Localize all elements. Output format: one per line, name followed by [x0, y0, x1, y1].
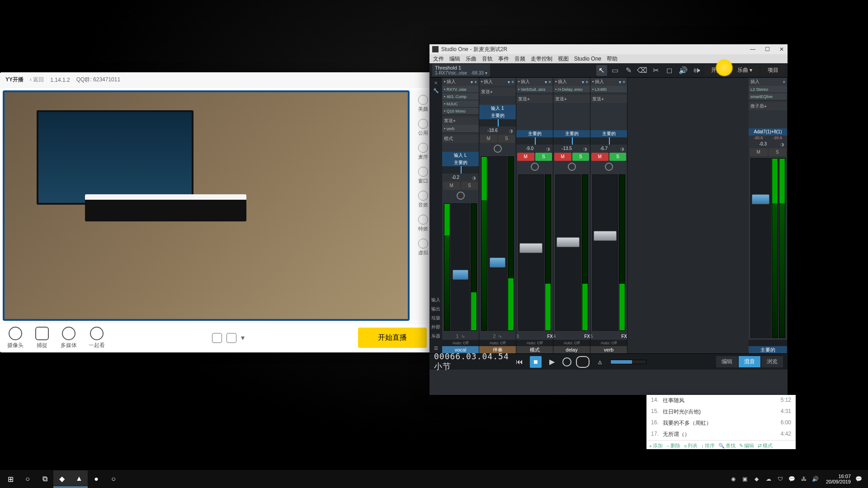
channel-5[interactable]: • 插入▾ + • LX480 发送+ 主要的 -6.7◑ MS 5FX Aut… — [590, 78, 627, 353]
search-icon[interactable]: ○ — [19, 470, 36, 488]
fader-track[interactable] — [451, 203, 470, 331]
fader-cap[interactable] — [557, 237, 580, 247]
solo-button[interactable]: S — [535, 153, 552, 161]
tab-trash[interactable]: 垃圾 — [431, 315, 440, 321]
range-tool-icon[interactable]: ▭ — [610, 65, 621, 76]
add-insert-icon[interactable]: ▾ + — [545, 80, 551, 84]
menu-studioone[interactable]: Studio One — [574, 56, 601, 62]
solo-button[interactable]: S — [461, 182, 478, 190]
channel-2[interactable]: • 插入▾ + 发送+ 输入 1 主要的 -18.6◑ MS 2∿ Auto: … — [479, 78, 516, 353]
tray-notification-icon[interactable]: 💬 — [854, 475, 863, 483]
menu-view[interactable]: 视图 — [558, 55, 569, 63]
listen-tool-icon[interactable]: 🔊 — [678, 65, 689, 76]
io-label[interactable]: 输入 1 — [479, 105, 516, 112]
loop-button[interactable] — [576, 356, 590, 368]
tray-icon[interactable]: 💬 — [788, 475, 796, 483]
playlist-row[interactable]: 17.无所谓（）4:42 — [646, 429, 796, 440]
pan-slider[interactable] — [479, 119, 516, 127]
solo-button[interactable]: S — [769, 148, 787, 156]
mute-tool-icon[interactable]: ◻ — [664, 65, 675, 76]
tab-output[interactable]: 输出 — [431, 306, 440, 312]
cam-toggle-icon[interactable] — [226, 333, 236, 343]
pan-knob-icon[interactable]: ◑ — [617, 145, 627, 153]
pl-sort[interactable]: ↕ 排序 — [701, 442, 715, 449]
yy-back-button[interactable]: ‹ 返回 — [30, 76, 44, 84]
tray-icon[interactable]: ☁ — [764, 475, 773, 483]
fader-cap[interactable] — [490, 258, 505, 267]
menu-icon[interactable]: ☰ — [434, 346, 438, 351]
master-io[interactable]: Adat7(1)+8(1) — [749, 128, 787, 136]
yy-video-preview[interactable] — [3, 90, 410, 321]
side-beauty[interactable]: 美颜 — [418, 95, 428, 113]
close-panel-icon[interactable]: ✕ — [434, 80, 438, 85]
tray-icon[interactable]: ▣ — [741, 475, 749, 483]
fader-track[interactable] — [592, 174, 618, 331]
side-public[interactable]: 公用 — [418, 119, 428, 136]
solo-button[interactable]: S — [572, 153, 590, 161]
mix-tab[interactable]: 混音 — [739, 356, 760, 367]
arrow-tool-icon[interactable]: ↖ — [596, 65, 607, 76]
stop-button[interactable]: ■ — [530, 356, 542, 368]
browse-tab[interactable]: 浏览 — [761, 356, 783, 367]
taskbar-app-4[interactable]: ○ — [105, 470, 122, 488]
mute-button[interactable]: M — [750, 148, 768, 156]
add-send-icon[interactable]: + — [490, 89, 493, 94]
auto-mode[interactable]: Auto: Off — [479, 340, 516, 346]
pan-knob-icon[interactable]: ◑ — [580, 145, 590, 153]
pl-list[interactable]: ≡ 列表 — [684, 442, 698, 449]
gain-knob[interactable] — [457, 192, 465, 200]
menu-help[interactable]: 帮助 — [607, 55, 618, 63]
side-window[interactable]: 窗口 — [418, 167, 428, 184]
start-live-button[interactable]: 开始直播 — [358, 328, 427, 348]
master-fader-cap[interactable] — [752, 194, 769, 204]
pan-knob-icon[interactable]: ◑ — [777, 140, 787, 148]
solo-button[interactable]: S — [609, 153, 627, 161]
chevron-down-icon[interactable]: ▾ — [241, 333, 245, 342]
add-insert-icon[interactable]: ▾ + — [582, 80, 588, 84]
pl-edit[interactable]: ✎ 编辑 — [739, 442, 754, 449]
menu-edit[interactable]: 编辑 — [449, 55, 460, 63]
menu-transport[interactable]: 走带控制 — [531, 55, 552, 63]
insert-slot[interactable]: • LX480 — [590, 86, 627, 93]
add-send-icon[interactable]: + — [453, 118, 456, 123]
metronome-icon[interactable]: ▵ — [594, 356, 606, 368]
menu-file[interactable]: 文件 — [433, 55, 444, 63]
auto-mode[interactable]: Auto: Off — [442, 340, 479, 346]
taskbar-clock[interactable]: 16:07 20/09/2019 — [826, 474, 851, 484]
media-button[interactable]: 多媒体 — [61, 327, 77, 349]
pl-delete[interactable]: − 删除 — [666, 442, 680, 449]
output-label[interactable]: 主要的 — [590, 130, 627, 137]
menu-audio[interactable]: 音频 — [514, 55, 525, 63]
pan-knob-icon[interactable]: ◑ — [506, 127, 516, 135]
auto-mode[interactable]: Auto: Off — [553, 340, 590, 346]
taskbar-app-1[interactable]: ◆ — [53, 470, 71, 488]
camera-button[interactable]: 摄像头 — [7, 327, 24, 349]
song-page-button[interactable]: 乐曲 ▾ — [731, 65, 759, 75]
channel-3[interactable]: • 插入▾ + • VerbSuit..sics 发送+ 主要的 -9.0◑ M… — [516, 78, 553, 353]
track-info-pill[interactable]: Threshold 1 1-RX7Voic..oise -68.33 ▾ — [432, 64, 490, 76]
mic-toggle-icon[interactable] — [212, 333, 222, 343]
play-button[interactable]: ▶ — [546, 356, 558, 368]
playlist-row[interactable]: 15.往日时光(r吉他)4:31 — [646, 406, 796, 418]
pan-slider[interactable] — [516, 137, 553, 145]
gain-knob[interactable] — [531, 163, 539, 171]
insert-slot[interactable]: • Q10 Mono — [442, 108, 479, 115]
output-label[interactable]: 主要的 — [479, 112, 516, 119]
maximize-button[interactable]: ☐ — [764, 46, 770, 52]
pan-slider[interactable] — [553, 137, 590, 145]
auto-mode[interactable]: Auto: Off — [516, 340, 553, 346]
side-effect[interactable]: 特效 — [418, 215, 428, 232]
pan-slider[interactable] — [442, 166, 479, 174]
add-send-icon[interactable]: + — [764, 104, 767, 109]
pl-add[interactable]: + 添加 — [649, 442, 663, 449]
add-insert-icon[interactable]: ▾ + — [508, 80, 514, 84]
task-view-icon[interactable]: ⧉ — [36, 470, 53, 488]
insert-slot[interactable]: • MJUC — [442, 100, 479, 108]
fader-track[interactable] — [488, 156, 507, 331]
io-label[interactable]: 输入 L — [442, 152, 479, 159]
side-mic-order[interactable]: 麦序 — [418, 143, 428, 160]
so-titlebar[interactable]: Studio One - 新麦克测试2R — ☐ ✕ — [429, 44, 788, 54]
insert-slot[interactable]: • RX7V..oise — [442, 86, 479, 93]
erase-tool-icon[interactable]: ⌫ — [637, 65, 648, 76]
yy-titlebar[interactable]: YY开播 ‹ 返回 1.14.1.2 QQ群: 623471011 — [0, 72, 434, 88]
